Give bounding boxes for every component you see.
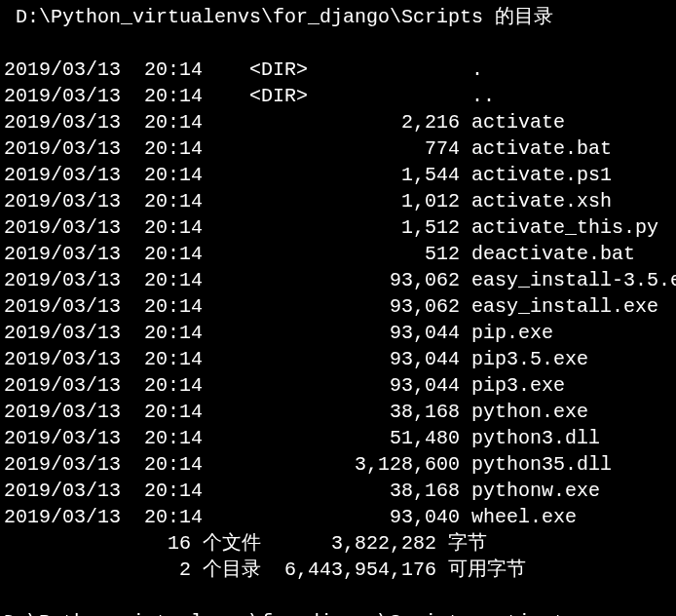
dir-listing: 2019/03/13 20:14 <DIR> . 2019/03/13 20:1… xyxy=(4,58,676,528)
terminal-window[interactable]: D:\Python_virtualenvs\for_django\Scripts… xyxy=(0,0,676,616)
prompt-path: D:\Python_virtualenvs\for_django\Scripts… xyxy=(4,611,483,616)
typed-command: activate xyxy=(483,611,577,616)
dir-header: D:\Python_virtualenvs\for_django\Scripts… xyxy=(4,6,553,28)
summary-files: 16 个文件 3,822,282 字节 xyxy=(4,532,487,555)
summary-dirs: 2 个目录 6,443,954,176 可用字节 xyxy=(4,558,526,581)
